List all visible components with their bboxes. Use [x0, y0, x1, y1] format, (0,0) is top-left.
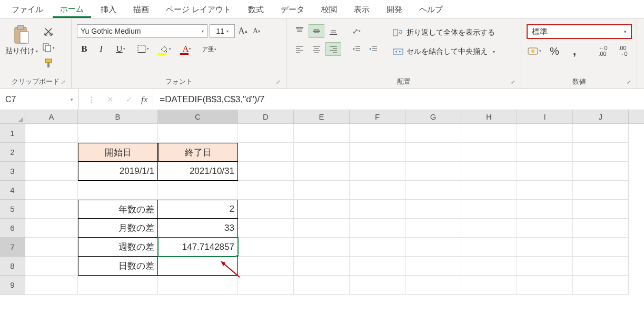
- cell-D1[interactable]: [238, 124, 294, 143]
- cell-I7[interactable]: [517, 238, 573, 257]
- cell-E1[interactable]: [294, 124, 350, 143]
- col-header-I[interactable]: I: [517, 110, 573, 123]
- align-right-button[interactable]: [325, 42, 341, 56]
- cell-J3[interactable]: [573, 162, 629, 181]
- cell-A8[interactable]: [25, 257, 78, 276]
- tab-formulas[interactable]: 数式: [241, 2, 271, 17]
- cell-A1[interactable]: [25, 124, 78, 143]
- cell-G1[interactable]: [405, 124, 461, 143]
- formula-input[interactable]: =DATEDIF(B$3,C$3,"d")/7: [153, 89, 644, 110]
- cell-D5[interactable]: [238, 200, 294, 219]
- cell-G4[interactable]: [405, 181, 461, 200]
- bold-button[interactable]: B: [77, 42, 92, 56]
- cell-B9[interactable]: [78, 276, 158, 295]
- accounting-format-button[interactable]: ▾: [527, 44, 542, 58]
- cell-I2[interactable]: [517, 143, 573, 162]
- clipboard-launcher[interactable]: ⤢: [60, 79, 67, 86]
- cell-E5[interactable]: [294, 200, 350, 219]
- cell-I9[interactable]: [517, 276, 573, 295]
- cell-D7[interactable]: [238, 238, 294, 257]
- col-header-E[interactable]: E: [294, 110, 350, 123]
- cell-F8[interactable]: [350, 257, 405, 276]
- wrap-text-button[interactable]: 折り返して全体を表示する: [390, 24, 498, 41]
- cell-B3[interactable]: 2019/1/1: [78, 162, 158, 181]
- cell-A2[interactable]: [25, 143, 78, 162]
- font-launcher[interactable]: ⤢: [274, 79, 282, 86]
- row-header-3[interactable]: 3: [0, 162, 25, 181]
- cell-J6[interactable]: [573, 219, 629, 238]
- enter-button[interactable]: ✓: [122, 95, 136, 104]
- tab-file[interactable]: ファイル: [4, 2, 51, 17]
- row-header-6[interactable]: 6: [0, 219, 25, 238]
- row-header-9[interactable]: 9: [0, 276, 25, 295]
- cell-C5[interactable]: 2: [158, 200, 238, 219]
- tab-insert[interactable]: 挿入: [93, 2, 124, 17]
- cell-H6[interactable]: [461, 219, 517, 238]
- col-header-H[interactable]: H: [461, 110, 517, 123]
- row-header-8[interactable]: 8: [0, 257, 25, 276]
- cell-C1[interactable]: [158, 124, 238, 143]
- row-header-5[interactable]: 5: [0, 200, 25, 219]
- cell-F5[interactable]: [350, 200, 405, 219]
- cell-A7[interactable]: [25, 238, 78, 257]
- increase-indent-button[interactable]: [365, 42, 381, 56]
- cell-E6[interactable]: [294, 219, 350, 238]
- cell-E4[interactable]: [294, 181, 350, 200]
- cell-H7[interactable]: [461, 238, 517, 257]
- cell-C6[interactable]: 33: [158, 219, 238, 238]
- align-left-button[interactable]: [292, 42, 308, 56]
- paste-button[interactable]: 貼り付け▾: [3, 21, 40, 56]
- cell-G9[interactable]: [405, 276, 461, 295]
- border-button[interactable]: ▾: [133, 42, 153, 56]
- cell-A5[interactable]: [25, 200, 78, 219]
- cell-H2[interactable]: [461, 143, 517, 162]
- fx-button[interactable]: fx: [141, 94, 147, 105]
- cell-E2[interactable]: [294, 143, 350, 162]
- increase-decimal-button[interactable]: ←0.00: [595, 44, 611, 58]
- copy-button[interactable]: [41, 41, 56, 54]
- cell-C9[interactable]: [158, 276, 238, 295]
- cell-I4[interactable]: [517, 181, 573, 200]
- tab-draw[interactable]: 描画: [126, 2, 156, 17]
- row-header-4[interactable]: 4: [0, 181, 25, 200]
- cell-B1[interactable]: [78, 124, 158, 143]
- cell-D8[interactable]: [238, 257, 294, 276]
- cell-D3[interactable]: [238, 162, 294, 181]
- tab-home[interactable]: ホーム: [53, 1, 91, 18]
- cell-A3[interactable]: [25, 162, 78, 181]
- cell-B5[interactable]: 年数の差: [78, 200, 158, 219]
- cell-I6[interactable]: [517, 219, 573, 238]
- col-header-F[interactable]: F: [350, 110, 405, 123]
- decrease-decimal-button[interactable]: .00→0: [615, 44, 631, 58]
- col-header-G[interactable]: G: [405, 110, 461, 123]
- cell-C4[interactable]: [158, 181, 238, 200]
- cell-H8[interactable]: [461, 257, 517, 276]
- cut-button[interactable]: [41, 25, 56, 38]
- cell-F7[interactable]: [350, 238, 405, 257]
- cell-J8[interactable]: [573, 257, 629, 276]
- cell-D4[interactable]: [238, 181, 294, 200]
- align-bottom-button[interactable]: [325, 24, 341, 38]
- name-box[interactable]: C7▾: [0, 89, 79, 110]
- cell-H5[interactable]: [461, 200, 517, 219]
- cell-B4[interactable]: [78, 181, 158, 200]
- cell-A4[interactable]: [25, 181, 78, 200]
- options-button[interactable]: ⋮: [84, 95, 98, 104]
- underline-button[interactable]: U▾: [111, 42, 131, 56]
- cell-D9[interactable]: [238, 276, 294, 295]
- comma-button[interactable]: ,: [567, 44, 582, 58]
- cell-B6[interactable]: 月数の差: [78, 219, 158, 238]
- decrease-font-button[interactable]: A▾: [251, 24, 262, 38]
- cell-E8[interactable]: [294, 257, 350, 276]
- cell-E9[interactable]: [294, 276, 350, 295]
- format-painter-button[interactable]: [41, 57, 56, 70]
- cell-D2[interactable]: [238, 143, 294, 162]
- align-middle-button[interactable]: [309, 24, 324, 38]
- cell-J1[interactable]: [573, 124, 629, 143]
- cell-H1[interactable]: [461, 124, 517, 143]
- tab-view[interactable]: 表示: [346, 2, 377, 17]
- fill-color-button[interactable]: ▾: [155, 42, 175, 56]
- cell-J9[interactable]: [573, 276, 629, 295]
- align-center-button[interactable]: [309, 42, 324, 56]
- cell-H4[interactable]: [461, 181, 517, 200]
